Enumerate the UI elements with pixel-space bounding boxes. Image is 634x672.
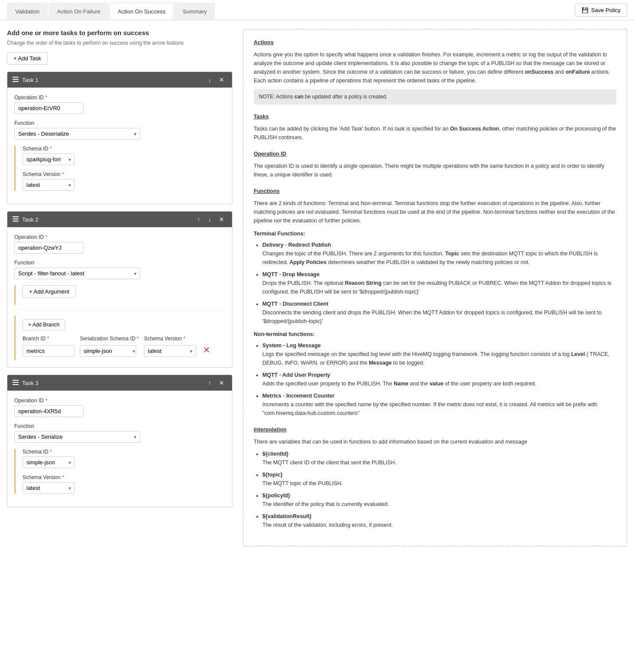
task-card-3: Task 3 ↑ ✕ Operation ID Function — [7, 375, 232, 507]
task1-schema-version-select[interactable]: latest — [23, 179, 75, 191]
task-title-2: Task 2 — [13, 216, 195, 223]
task1-schema-id-group: Schema ID sparkplug-format ▾ — [23, 146, 225, 165]
svg-rect-6 — [13, 380, 19, 381]
task2-function-select[interactable]: Script - filter-fanout - latest — [14, 267, 140, 279]
interp-var-policyid: ${policyId} The identifier of the policy… — [262, 491, 616, 509]
task1-schema-version-label: Schema Version — [23, 171, 225, 177]
task3-function-wrapper: Serdes - Serialize ▾ — [14, 431, 140, 443]
task3-schema-id-select[interactable]: simple-json — [23, 457, 75, 468]
help-note: NOTE: Actions can be updated after a pol… — [254, 89, 616, 104]
task2-body: Operation ID Function Script - filter-fa… — [7, 227, 232, 367]
task2-add-branch-button[interactable]: + Add Branch — [23, 319, 65, 330]
task2-branch-schema-version-select[interactable]: latest — [144, 345, 196, 357]
hamburger-icon-3 — [13, 380, 19, 386]
task1-nested-fields: Schema ID sparkplug-format ▾ Schema Vers… — [14, 146, 225, 191]
interpolation-vars-list: ${clientId} The MQTT client ID of the cl… — [254, 450, 616, 529]
help-functions-intro: There are 2 kinds of functions: Terminal… — [254, 199, 616, 225]
tab-validation[interactable]: Validation — [7, 3, 48, 20]
terminal-functions-list: Delivery - Redirect Publish Changes the … — [254, 241, 616, 326]
task1-header-actions: ↓ ✕ — [206, 75, 227, 84]
task3-up-arrow-button[interactable]: ↑ — [206, 378, 214, 387]
task-header-3: Task 3 ↑ ✕ — [7, 375, 232, 391]
task2-serialization-schema-wrapper: simple-json ▾ — [80, 345, 139, 357]
interp-var-clientid: ${clientId} The MQTT client ID of the cl… — [262, 450, 616, 467]
task1-function-select[interactable]: Serdes - Deserialize — [14, 128, 140, 140]
nonterminal-functions-list: System - Log Message Logs the specified … — [254, 341, 616, 418]
hamburger-icon-2 — [13, 216, 19, 223]
task3-schema-version-select[interactable]: latest — [23, 482, 75, 494]
task3-operation-id-input[interactable] — [14, 405, 84, 417]
right-panel: Actions Actions give you the option to s… — [243, 29, 627, 546]
svg-rect-7 — [13, 382, 19, 383]
task2-branch-delete-button[interactable]: ✕ — [201, 343, 212, 357]
task1-operation-id-group: Operation ID — [14, 95, 225, 114]
task1-body: Operation ID Function Serdes - Deseriali… — [7, 88, 232, 204]
task-header-1: Task 1 ↓ ✕ — [7, 72, 232, 88]
task1-schema-id-wrapper: sparkplug-format ▾ — [23, 153, 75, 165]
help-operation-id-title: Operation ID — [254, 150, 616, 158]
task1-operation-id-label: Operation ID — [14, 95, 225, 101]
task1-operation-id-input[interactable] — [14, 102, 84, 114]
task3-schema-id-group: Schema ID simple-json ▾ — [23, 449, 225, 468]
help-tasks-section: Tasks Tasks can be added by clicking the… — [254, 112, 616, 142]
task2-serialization-schema-label: Serialization Schema ID — [80, 336, 139, 342]
task2-serialization-schema-field: Serialization Schema ID simple-json ▾ — [80, 336, 139, 357]
page-subtitle: Change the order of the tasks to perform… — [7, 40, 232, 46]
task2-branch-id-label: Branch ID — [23, 336, 75, 342]
task2-down-arrow-button[interactable]: ↓ — [206, 215, 214, 224]
tab-action-on-failure[interactable]: Action On Failure — [49, 3, 108, 20]
help-functions-title: Functions — [254, 187, 616, 196]
task-title-1: Task 1 — [13, 77, 206, 83]
task2-function-group: Function Script - filter-fanout - latest… — [14, 260, 225, 279]
task-header-2: Task 2 ↑ ↓ ✕ — [7, 212, 232, 227]
nonterminal-func-1: System - Log Message Logs the specified … — [262, 341, 616, 367]
task2-up-arrow-button[interactable]: ↑ — [195, 215, 203, 224]
svg-rect-4 — [13, 219, 19, 219]
task2-add-argument-button[interactable]: + Add Argument — [23, 285, 76, 298]
tab-action-on-success[interactable]: Action On Success — [110, 3, 174, 20]
add-task-button[interactable]: + Add Task — [7, 52, 48, 65]
task1-function-wrapper: Serdes - Deserialize ▾ — [14, 128, 140, 140]
save-policy-button[interactable]: 💾 Save Policy — [575, 3, 627, 17]
svg-rect-0 — [13, 77, 19, 78]
nonterminal-func-3: Metrics - Increment Counter Increments a… — [262, 391, 616, 418]
page-title: Add one or more tasks to perform on succ… — [7, 29, 232, 36]
help-actions-title: Actions — [254, 38, 616, 47]
task3-schema-version-group: Schema Version latest ▾ — [23, 474, 225, 494]
svg-rect-2 — [13, 81, 19, 82]
task3-operation-id-label: Operation ID — [14, 398, 225, 404]
task2-operation-id-input[interactable] — [14, 242, 84, 254]
help-operation-id-body: The operation ID is used to identify a s… — [254, 162, 616, 179]
task1-function-label: Function — [14, 120, 225, 126]
task3-close-button[interactable]: ✕ — [216, 378, 227, 387]
help-actions-body: Actions give you the option to specify w… — [254, 50, 616, 85]
svg-rect-5 — [13, 221, 19, 222]
tab-summary[interactable]: Summary — [174, 3, 215, 20]
help-tasks-title: Tasks — [254, 112, 616, 121]
task1-function-group: Function Serdes - Deserialize ▾ — [14, 120, 225, 140]
task2-nested-fields: + Add Argument — [14, 285, 225, 305]
task3-nested-fields: Schema ID simple-json ▾ Schema Version — [14, 449, 225, 494]
left-panel: Add one or more tasks to perform on succ… — [7, 29, 232, 546]
task2-function-wrapper: Script - filter-fanout - latest ▾ — [14, 267, 140, 279]
task1-schema-id-label: Schema ID — [23, 146, 225, 152]
task3-schema-id-label: Schema ID — [23, 449, 225, 455]
task2-header-actions: ↑ ↓ ✕ — [195, 215, 227, 224]
task1-schema-id-select[interactable]: sparkplug-format — [23, 153, 75, 165]
task2-branch-row: Branch ID Serialization Schema ID simple… — [23, 336, 225, 357]
help-interpolation-section: Interpolation There are variables that c… — [254, 425, 616, 529]
task2-serialization-schema-select[interactable]: simple-json — [80, 345, 136, 357]
task3-function-label: Function — [14, 423, 225, 429]
help-tasks-body: Tasks can be added by clicking the 'Add … — [254, 124, 616, 142]
task2-branch-schema-version-wrapper: latest ▾ — [144, 345, 196, 357]
task2-function-label: Function — [14, 260, 225, 266]
task2-branch-id-input[interactable] — [23, 345, 75, 357]
task3-function-select[interactable]: Serdes - Serialize — [14, 431, 140, 443]
task3-schema-version-wrapper: latest ▾ — [23, 482, 75, 494]
task2-close-button[interactable]: ✕ — [216, 215, 227, 224]
task1-down-arrow-button[interactable]: ↓ — [206, 75, 214, 84]
help-actions-section: Actions Actions give you the option to s… — [254, 38, 616, 104]
terminal-func-2: MQTT - Drop Message Drops the PUBLISH. T… — [262, 270, 616, 296]
terminal-func-1: Delivery - Redirect Publish Changes the … — [262, 241, 616, 267]
task1-close-button[interactable]: ✕ — [216, 75, 227, 84]
